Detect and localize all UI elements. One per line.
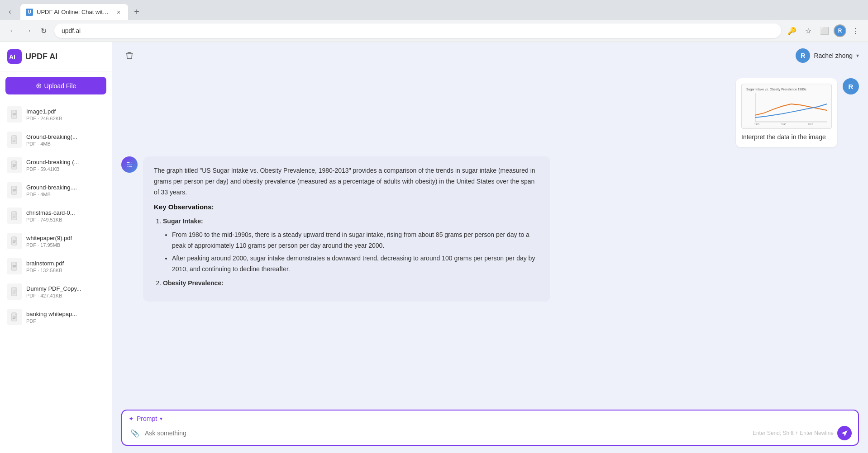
sparkle-icon: ✦ bbox=[129, 415, 134, 422]
send-button[interactable] bbox=[837, 426, 852, 440]
file-meta-2: PDF · 59.41KB bbox=[26, 166, 105, 172]
file-meta-3: PDF · 4MB bbox=[26, 192, 105, 197]
bullet-1-1: From 1980 to the mid-1990s, there is a s… bbox=[172, 230, 539, 251]
new-tab-button[interactable]: + bbox=[130, 5, 143, 18]
file-name-0: Image1.pdf bbox=[26, 108, 105, 115]
file-item-4[interactable]: christmas-card-0... PDF · 749.51KB bbox=[0, 203, 112, 228]
file-meta-4: PDF · 749.51KB bbox=[26, 217, 105, 222]
user-message: Sugar Intake vs. Obesity Prevalence 1980… bbox=[121, 78, 859, 147]
file-item-5[interactable]: whitepaper(9).pdf PDF · 17.95MB bbox=[0, 228, 112, 254]
address-bar: ← → ↻ 🔑 ☆ ⬜ R ⋮ bbox=[0, 20, 868, 42]
file-item-7[interactable]: Dummy PDF_Copy... PDF · 427.41KB bbox=[0, 279, 112, 304]
input-top: ✦ Prompt ▾ bbox=[129, 415, 852, 422]
svg-rect-26 bbox=[11, 262, 17, 270]
file-info-7: Dummy PDF_Copy... PDF · 427.41KB bbox=[26, 285, 105, 298]
prev-tabs-button[interactable]: ‹ bbox=[4, 5, 16, 18]
tab-title: UPDF AI Online: Chat with PDF bbox=[37, 9, 111, 15]
user-name: Rachel zhong bbox=[814, 52, 853, 59]
file-name-7: Dummy PDF_Copy... bbox=[26, 285, 105, 292]
svg-rect-22 bbox=[11, 237, 17, 245]
main-header: R Rachel zhong ▾ bbox=[112, 42, 868, 69]
file-icon-2 bbox=[7, 157, 22, 173]
file-meta-8: PDF bbox=[26, 318, 105, 324]
file-meta-0: PDF · 246.62KB bbox=[26, 116, 105, 121]
observation-2-heading: Obesity Prevalence: bbox=[163, 279, 224, 287]
file-item-0[interactable]: Image1.pdf PDF · 246.62KB bbox=[0, 102, 112, 127]
active-tab[interactable]: U UPDF AI Online: Chat with PDF × bbox=[20, 4, 129, 20]
file-list: Image1.pdf PDF · 246.62KB Ground-breakin… bbox=[0, 100, 112, 453]
file-item-8[interactable]: banking whitepap... PDF bbox=[0, 304, 112, 330]
forward-button[interactable]: → bbox=[21, 24, 35, 38]
menu-icon[interactable]: ⋮ bbox=[848, 24, 863, 38]
bookmark-icon[interactable]: ☆ bbox=[801, 24, 816, 38]
file-icon-7 bbox=[7, 283, 22, 300]
file-meta-1: PDF · 4MB bbox=[26, 141, 105, 146]
file-item-3[interactable]: Ground-breaking.... PDF · 4MB bbox=[0, 178, 112, 203]
upload-icon: ⊕ bbox=[36, 81, 42, 90]
key-observations-heading: Key Observations: bbox=[154, 203, 539, 211]
file-info-4: christmas-card-0... PDF · 749.51KB bbox=[26, 209, 105, 222]
tab-close-button[interactable]: × bbox=[114, 8, 123, 16]
svg-rect-6 bbox=[11, 136, 17, 144]
sidebar-title: UPDF AI bbox=[25, 52, 57, 61]
extensions-icon[interactable]: ⬜ bbox=[817, 24, 832, 38]
user-avatar: R bbox=[796, 48, 810, 63]
svg-rect-30 bbox=[11, 288, 17, 296]
delete-button[interactable] bbox=[121, 47, 138, 64]
file-icon-4 bbox=[7, 208, 22, 224]
attachment-button[interactable]: 📎 bbox=[129, 427, 141, 439]
file-item-6[interactable]: brainstorm.pdf PDF · 132.58KB bbox=[0, 254, 112, 279]
file-name-2: Ground-breaking (... bbox=[26, 159, 105, 165]
sidebar-header: AI UPDF AI bbox=[0, 42, 112, 71]
password-icon[interactable]: 🔑 bbox=[785, 24, 799, 38]
refresh-button[interactable]: ↻ bbox=[36, 24, 51, 38]
user-info[interactable]: R Rachel zhong ▾ bbox=[796, 48, 859, 63]
svg-rect-18 bbox=[11, 212, 17, 220]
file-icon-0 bbox=[7, 106, 22, 123]
user-message-text: Interpret the data in the image bbox=[741, 132, 832, 142]
svg-rect-34 bbox=[11, 313, 17, 321]
observation-2: Obesity Prevalence: bbox=[163, 278, 539, 289]
observation-1: Sugar Intake: From 1980 to the mid-1990s… bbox=[163, 216, 539, 274]
chart-thumbnail: Sugar Intake vs. Obesity Prevalence 1980… bbox=[741, 84, 832, 129]
file-name-3: Ground-breaking.... bbox=[26, 184, 105, 191]
file-item-2[interactable]: Ground-breaking (... PDF · 59.41KB bbox=[0, 152, 112, 178]
file-info-3: Ground-breaking.... PDF · 4MB bbox=[26, 184, 105, 197]
svg-text:2010: 2010 bbox=[808, 123, 813, 126]
observation-1-heading: Sugar Intake: bbox=[163, 217, 203, 225]
user-message-bubble: Sugar Intake vs. Obesity Prevalence 1980… bbox=[736, 78, 837, 147]
file-icon-3 bbox=[7, 182, 22, 198]
file-info-0: Image1.pdf PDF · 246.62KB bbox=[26, 108, 105, 121]
profile-avatar[interactable]: R bbox=[834, 24, 846, 37]
ai-avatar bbox=[121, 156, 138, 173]
svg-rect-10 bbox=[11, 161, 17, 169]
upload-label: Upload File bbox=[44, 82, 76, 90]
file-name-4: christmas-card-0... bbox=[26, 209, 105, 216]
file-icon-8 bbox=[7, 309, 22, 325]
tab-controls: ‹ bbox=[4, 5, 16, 18]
user-dropdown-icon: ▾ bbox=[856, 52, 859, 59]
prompt-chevron-icon: ▾ bbox=[160, 415, 162, 422]
svg-text:AI: AI bbox=[9, 53, 15, 61]
upload-file-button[interactable]: ⊕ Upload File bbox=[5, 77, 106, 94]
updf-logo-icon: AI bbox=[7, 49, 22, 64]
file-info-6: brainstorm.pdf PDF · 132.58KB bbox=[26, 260, 105, 273]
back-button[interactable]: ← bbox=[5, 24, 20, 38]
file-meta-5: PDF · 17.95MB bbox=[26, 242, 105, 248]
file-info-5: whitepaper(9).pdf PDF · 17.95MB bbox=[26, 235, 105, 248]
observation-1-bullets: From 1980 to the mid-1990s, there is a s… bbox=[163, 230, 539, 274]
file-meta-7: PDF · 427.41KB bbox=[26, 293, 105, 298]
chat-input[interactable] bbox=[145, 429, 749, 437]
svg-text:Sugar Intake vs. Obesity Preva: Sugar Intake vs. Obesity Prevalence 1980… bbox=[746, 88, 806, 91]
file-meta-6: PDF · 132.58KB bbox=[26, 268, 105, 273]
file-icon-6 bbox=[7, 258, 22, 274]
file-item-1[interactable]: Ground-breaking(... PDF · 4MB bbox=[0, 127, 112, 152]
chat-area: Sugar Intake vs. Obesity Prevalence 1980… bbox=[112, 69, 868, 404]
file-info-1: Ground-breaking(... PDF · 4MB bbox=[26, 133, 105, 146]
file-icon-1 bbox=[7, 132, 22, 148]
ai-message-bubble: The graph titled "US Sugar Intake vs. Ob… bbox=[143, 156, 550, 302]
address-input[interactable] bbox=[54, 24, 781, 38]
file-name-8: banking whitepap... bbox=[26, 311, 105, 317]
input-hint: Enter Send; Shift + Enter Newline bbox=[753, 430, 834, 436]
bullet-1-2: After peaking around 2000, sugar intake … bbox=[172, 253, 539, 275]
